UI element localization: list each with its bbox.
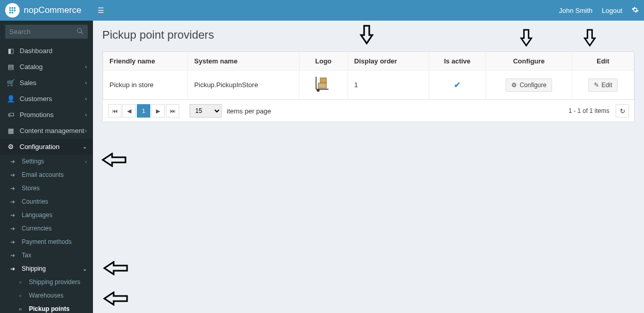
chevron-left-icon: ‹ <box>85 80 87 86</box>
last-icon: ⏭ <box>170 108 176 114</box>
arrow-right-icon: ➔ <box>10 212 18 219</box>
sidebar-subitem-payment[interactable]: ➔ Payment methods <box>0 235 93 249</box>
page-size-selector: 15 items per page <box>190 104 271 118</box>
svg-point-2 <box>14 7 16 9</box>
refresh-button[interactable]: ↻ <box>616 104 629 118</box>
arrow-right-icon: ➔ <box>10 158 18 165</box>
cell-configure: ⚙ Configure <box>486 71 572 100</box>
top-header: nopCommerce ☰ John Smith Logout <box>0 0 644 21</box>
sidebar-item-label: Warehouses <box>29 292 64 299</box>
settings-gear-icon[interactable] <box>632 6 639 15</box>
check-icon: ✔ <box>454 80 461 89</box>
page-title: Pickup point providers <box>102 28 635 42</box>
pencil-icon: ✎ <box>594 81 599 89</box>
chevron-left-icon: ‹ <box>85 64 87 70</box>
pager-page-current[interactable]: 1 <box>137 104 150 118</box>
svg-point-7 <box>11 12 13 14</box>
sidebar-item-label: Settings <box>22 158 44 165</box>
search-icon <box>76 27 84 36</box>
cell-friendly: Pickup in store <box>103 71 188 100</box>
sidebar: ◧ Dashboard ▤ Catalog ‹ 🛒 Sales ‹ 👤 Cust… <box>0 21 93 313</box>
gear-icon: ⚙ <box>511 81 517 89</box>
sidebar-subitem-email[interactable]: ➔ Email accounts <box>0 168 93 182</box>
circle-icon: ○ <box>19 279 25 285</box>
cart-icon: 🛒 <box>6 79 15 87</box>
arrow-right-icon: ➔ <box>10 239 18 245</box>
cell-system: Pickup.PickupInStore <box>188 71 299 100</box>
brand-name: nopCommerce <box>24 5 82 15</box>
pager-last[interactable]: ⏭ <box>166 104 179 118</box>
top-right-nav: John Smith Logout <box>559 6 644 15</box>
sidebar-item-label: Catalog <box>20 63 43 71</box>
svg-rect-10 <box>320 78 326 83</box>
svg-point-1 <box>11 7 13 9</box>
sidebar-item-label: Sales <box>20 79 37 87</box>
chevron-left-icon: ‹ <box>85 128 87 134</box>
cell-edit: ✎ Edit <box>572 71 634 100</box>
hand-truck-icon <box>313 86 334 94</box>
sidebar-search <box>0 21 93 43</box>
sidebar-subsubitem-warehouses[interactable]: ○ Warehouses <box>0 289 93 302</box>
logout-link[interactable]: Logout <box>602 7 622 14</box>
sidebar-item-label: Content management <box>20 127 84 135</box>
sidebar-subsubitem-shipping-providers[interactable]: ○ Shipping providers <box>0 275 93 289</box>
col-configure: Configure <box>486 52 572 71</box>
menu-toggle[interactable]: ☰ <box>93 6 108 14</box>
sidebar-subitem-countries[interactable]: ➔ Countries <box>0 195 93 208</box>
circle-icon: ○ <box>19 306 25 312</box>
cell-order: 1 <box>348 71 429 100</box>
sidebar-item-customers[interactable]: 👤 Customers ‹ <box>0 91 93 107</box>
hamburger-icon: ☰ <box>98 6 104 14</box>
pager-first[interactable]: ⏮ <box>108 104 121 118</box>
arrow-right-icon: ➔ <box>10 266 18 272</box>
brand-logo[interactable]: nopCommerce <box>0 0 93 21</box>
arrow-right-icon: ➔ <box>10 185 18 192</box>
svg-point-0 <box>9 7 11 9</box>
sidebar-subitem-tax[interactable]: ➔ Tax <box>0 249 93 262</box>
sidebar-item-promotions[interactable]: 🏷 Promotions ‹ <box>0 107 93 123</box>
pager-prev[interactable]: ◀ <box>122 104 136 118</box>
sidebar-item-label: Dashboard <box>20 47 53 55</box>
arrow-right-icon: ➔ <box>10 225 18 232</box>
sidebar-item-catalog[interactable]: ▤ Catalog ‹ <box>0 59 93 75</box>
sidebar-item-sales[interactable]: 🛒 Sales ‹ <box>0 75 93 91</box>
sidebar-item-configuration[interactable]: ⚙ Configuration ⌄ <box>0 139 93 155</box>
svg-line-9 <box>81 32 83 34</box>
chevron-down-icon: ⌄ <box>83 266 87 272</box>
sidebar-subitem-currencies[interactable]: ➔ Currencies <box>0 222 93 235</box>
configure-button[interactable]: ⚙ Configure <box>506 78 552 92</box>
sidebar-item-label: Countries <box>22 198 48 205</box>
main-content: Pickup point providers Friendly name Sys… <box>93 21 644 313</box>
page-info-text: 1 - 1 of 1 items <box>569 107 609 114</box>
pager-next[interactable]: ▶ <box>151 104 165 118</box>
search-input[interactable] <box>5 25 88 39</box>
dashboard-icon: ◧ <box>6 47 15 55</box>
sidebar-item-content[interactable]: ▦ Content management ‹ <box>0 123 93 139</box>
user-link[interactable]: John Smith <box>559 7 592 14</box>
refresh-icon: ↻ <box>620 107 625 115</box>
col-logo: Logo <box>299 52 348 71</box>
sidebar-subitem-languages[interactable]: ➔ Languages <box>0 208 93 222</box>
prev-icon: ◀ <box>127 108 131 114</box>
page-size-select[interactable]: 15 <box>190 104 222 118</box>
sidebar-item-dashboard[interactable]: ◧ Dashboard <box>0 43 93 59</box>
sidebar-item-label: Shipping providers <box>29 278 80 286</box>
next-icon: ▶ <box>156 108 160 114</box>
sidebar-subsubitem-pickup-points[interactable]: ○ Pickup points <box>0 302 93 313</box>
providers-table: Friendly name System name Logo Display o… <box>103 52 634 100</box>
edit-button[interactable]: ✎ Edit <box>588 78 618 92</box>
col-system: System name <box>188 52 299 71</box>
pager-buttons: ⏮ ◀ 1 ▶ ⏭ <box>108 104 179 118</box>
button-label: Edit <box>602 81 612 89</box>
svg-rect-11 <box>318 83 326 88</box>
sidebar-subitem-settings[interactable]: ➔ Settings ‹ <box>0 155 93 168</box>
col-edit: Edit <box>572 52 634 71</box>
sidebar-subitem-stores[interactable]: ➔ Stores <box>0 182 93 195</box>
sidebar-subitem-shipping[interactable]: ➔ Shipping ⌄ <box>0 262 93 275</box>
svg-point-5 <box>14 9 16 11</box>
svg-point-3 <box>9 9 11 11</box>
sidebar-item-label: Email accounts <box>22 171 64 178</box>
table-header-row: Friendly name System name Logo Display o… <box>103 52 634 71</box>
gears-icon: ⚙ <box>6 143 15 151</box>
sidebar-item-label: Tax <box>22 252 32 259</box>
